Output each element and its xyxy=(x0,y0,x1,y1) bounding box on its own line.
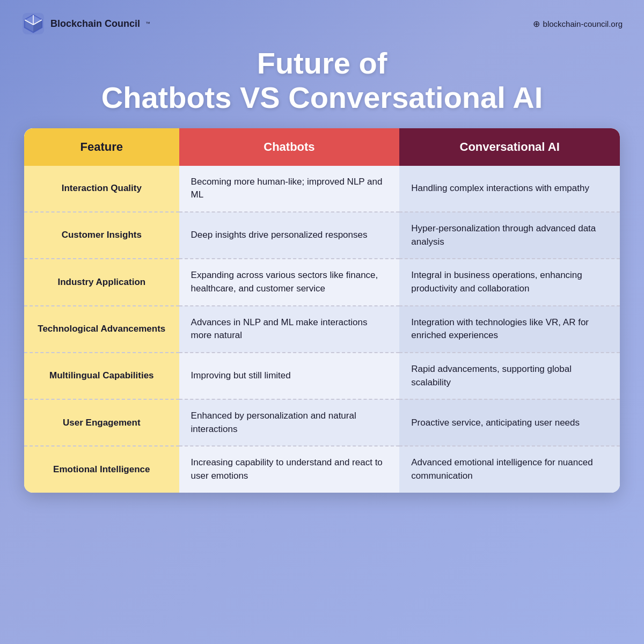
conversational-cell: Rapid advancements, supporting global sc… xyxy=(399,353,620,399)
logo-area: Blockchain Council™ xyxy=(21,12,150,35)
chatbots-cell: Increasing capability to understand and … xyxy=(179,446,400,492)
title-line2: Chatbots VS Conversational AI xyxy=(101,80,543,114)
page-header: Blockchain Council™ ⊕ blockchain-council… xyxy=(0,0,644,41)
conversational-cell: Handling complex interactions with empat… xyxy=(399,166,620,212)
website-link[interactable]: ⊕ blockchain-council.org xyxy=(533,19,623,29)
globe-icon: ⊕ xyxy=(533,19,540,29)
chatbots-cell: Expanding across various sectors like fi… xyxy=(179,259,400,305)
feature-cell: Emotional Intelligence xyxy=(24,446,179,492)
table-row: Industry ApplicationExpanding across var… xyxy=(24,259,620,305)
table-row: Multilingual CapabilitiesImproving but s… xyxy=(24,353,620,399)
table-row: Emotional IntelligenceIncreasing capabil… xyxy=(24,446,620,492)
website-text: blockchain-council.org xyxy=(543,19,623,28)
feature-cell: Customer Insights xyxy=(24,212,179,259)
comparison-table: Feature Chatbots Conversational AI Inter… xyxy=(24,128,620,493)
logo-tm: ™ xyxy=(145,21,150,26)
conversational-cell: Integration with technologies like VR, A… xyxy=(399,306,620,353)
chatbots-cell: Improving but still limited xyxy=(179,353,400,399)
feature-cell: Technological Advancements xyxy=(24,306,179,353)
chatbots-cell: Becoming more human-like; improved NLP a… xyxy=(179,166,400,212)
title-line1: Future of xyxy=(257,46,387,80)
conversational-cell: Proactive service, anticipating user nee… xyxy=(399,399,620,446)
feature-cell: User Engagement xyxy=(24,399,179,446)
comparison-table-container: Feature Chatbots Conversational AI Inter… xyxy=(24,128,620,493)
conversational-cell: Advanced emotional intelligence for nuan… xyxy=(399,446,620,492)
feature-cell: Multilingual Capabilities xyxy=(24,353,179,399)
feature-cell: Industry Application xyxy=(24,259,179,305)
table-header-row: Feature Chatbots Conversational AI xyxy=(24,128,620,166)
table-row: Interaction QualityBecoming more human-l… xyxy=(24,166,620,212)
conversational-cell: Hyper-personalization through advanced d… xyxy=(399,212,620,259)
col-feature-header: Feature xyxy=(24,128,179,166)
col-conversational-header: Conversational AI xyxy=(399,128,620,166)
chatbots-cell: Enhanced by personalization and natural … xyxy=(179,399,400,446)
table-row: User EngagementEnhanced by personalizati… xyxy=(24,399,620,446)
table-row: Technological AdvancementsAdvances in NL… xyxy=(24,306,620,353)
logo-icon xyxy=(21,12,45,35)
page-title: Future of Chatbots VS Conversational AI xyxy=(101,41,543,128)
col-chatbots-header: Chatbots xyxy=(179,128,400,166)
table-row: Customer InsightsDeep insights drive per… xyxy=(24,212,620,259)
conversational-cell: Integral in business operations, enhanci… xyxy=(399,259,620,305)
feature-cell: Interaction Quality xyxy=(24,166,179,212)
chatbots-cell: Advances in NLP and ML make interactions… xyxy=(179,306,400,353)
logo-text: Blockchain Council xyxy=(50,18,140,30)
chatbots-cell: Deep insights drive personalized respons… xyxy=(179,212,400,259)
